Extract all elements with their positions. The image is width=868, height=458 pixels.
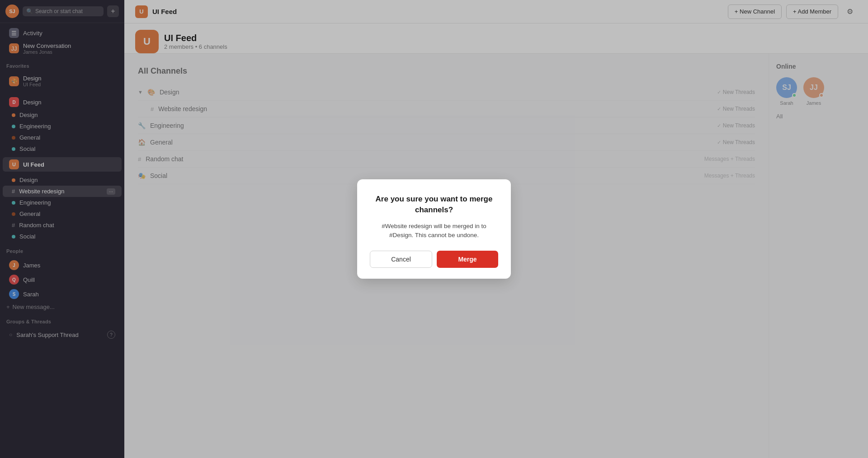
merge-button[interactable]: Merge	[437, 251, 498, 268]
cancel-button[interactable]: Cancel	[370, 251, 432, 268]
modal-title: Are you sure you want to merge channels?	[370, 194, 498, 215]
modal-description: #Website redesign will be merged in to #…	[370, 222, 498, 240]
modal-overlay: Are you sure you want to merge channels?…	[0, 0, 868, 458]
merge-modal: Are you sure you want to merge channels?…	[357, 179, 511, 279]
modal-actions: Cancel Merge	[370, 251, 498, 268]
